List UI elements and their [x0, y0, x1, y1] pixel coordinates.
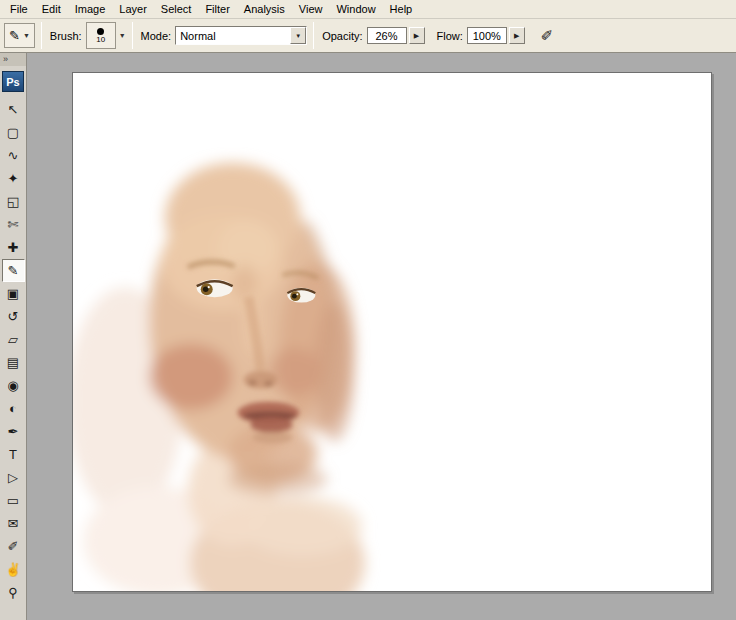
- blend-mode-select[interactable]: Normal ▼: [175, 26, 307, 45]
- dodge-tool[interactable]: ◐: [2, 397, 25, 420]
- crop-tool[interactable]: ◱: [2, 190, 25, 213]
- tool-preset-picker[interactable]: ✎ ▼: [4, 23, 35, 48]
- menu-item-layer[interactable]: Layer: [112, 1, 154, 17]
- menu-item-file[interactable]: File: [3, 1, 35, 17]
- brush-preset-picker[interactable]: 10: [86, 22, 116, 49]
- chevron-down-icon: ▼: [23, 32, 30, 39]
- brush-tip-preview-icon: [97, 28, 104, 35]
- mode-label: Mode:: [141, 30, 172, 42]
- menu-item-analysis[interactable]: Analysis: [237, 1, 292, 17]
- chevron-down-icon[interactable]: ▼: [119, 32, 126, 39]
- airbrush-toggle[interactable]: ✐: [535, 24, 559, 48]
- menu-item-filter[interactable]: Filter: [198, 1, 236, 17]
- lasso-tool[interactable]: ∿: [2, 144, 25, 167]
- pen-tool[interactable]: ✒: [2, 420, 25, 443]
- divider: [132, 22, 133, 49]
- menu-item-image[interactable]: Image: [68, 1, 113, 17]
- slice-tool[interactable]: ✄: [2, 213, 25, 236]
- hand-tool[interactable]: ✌: [2, 558, 25, 581]
- menu-item-window[interactable]: Window: [329, 1, 382, 17]
- flow-label: Flow:: [437, 30, 463, 42]
- options-bar: ✎ ▼ Brush: 10 ▼ Mode: Normal ▼ Opacity: …: [0, 19, 736, 53]
- notes-tool[interactable]: ✉: [2, 512, 25, 535]
- brush-size-value: 10: [96, 35, 105, 44]
- clone-stamp-tool[interactable]: ▣: [2, 282, 25, 305]
- healing-brush-tool[interactable]: ✚: [2, 236, 25, 259]
- document-canvas[interactable]: [72, 72, 712, 592]
- portrait-painting: [73, 73, 711, 591]
- tool-palette: » Ps ↖ ▢ ∿ ✦ ◱ ✄ ✚ ✎ ▣ ↺ ▱ ▤ ◉ ◐ ✒ T ▷ ▭…: [0, 53, 27, 620]
- gradient-tool[interactable]: ▤: [2, 351, 25, 374]
- opacity-slider-button[interactable]: ▶: [409, 27, 425, 44]
- opacity-label: Opacity:: [322, 30, 362, 42]
- chevron-down-icon[interactable]: ▼: [290, 27, 306, 44]
- flow-field[interactable]: 100%: [467, 27, 507, 44]
- rectangular-marquee-tool[interactable]: ▢: [2, 121, 25, 144]
- divider: [313, 22, 314, 49]
- menu-item-help[interactable]: Help: [383, 1, 420, 17]
- menu-item-edit[interactable]: Edit: [35, 1, 68, 17]
- palette-collapse-chevron[interactable]: »: [0, 53, 26, 66]
- shape-tool[interactable]: ▭: [2, 489, 25, 512]
- menu-bar: File Edit Image Layer Select Filter Anal…: [0, 0, 736, 19]
- blur-tool[interactable]: ◉: [2, 374, 25, 397]
- brush-tool[interactable]: ✎: [2, 259, 25, 282]
- magic-wand-tool[interactable]: ✦: [2, 167, 25, 190]
- brush-icon: ✎: [9, 28, 20, 43]
- move-tool[interactable]: ↖: [2, 98, 25, 121]
- blend-mode-value: Normal: [176, 30, 290, 42]
- flow-slider-button[interactable]: ▶: [509, 27, 525, 44]
- type-tool[interactable]: T: [2, 443, 25, 466]
- airbrush-icon: ✐: [541, 27, 554, 45]
- eraser-tool[interactable]: ▱: [2, 328, 25, 351]
- menu-item-view[interactable]: View: [292, 1, 330, 17]
- divider: [41, 22, 42, 49]
- photoshop-logo: Ps: [2, 71, 24, 92]
- eyedropper-tool[interactable]: ✐: [2, 535, 25, 558]
- opacity-field[interactable]: 26%: [367, 27, 407, 44]
- photoshop-window: File Edit Image Layer Select Filter Anal…: [0, 0, 736, 620]
- history-brush-tool[interactable]: ↺: [2, 305, 25, 328]
- brush-label: Brush:: [50, 30, 82, 42]
- zoom-tool[interactable]: ⚲: [2, 581, 25, 604]
- canvas-workspace: [27, 53, 736, 620]
- path-selection-tool[interactable]: ▷: [2, 466, 25, 489]
- menu-item-select[interactable]: Select: [154, 1, 199, 17]
